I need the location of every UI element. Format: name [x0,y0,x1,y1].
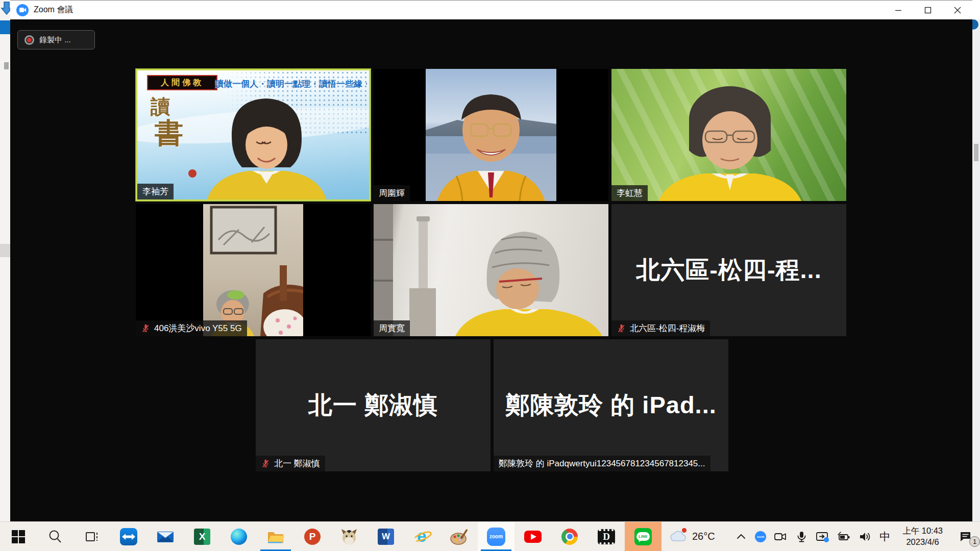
participant-name: 李虹慧 [617,187,643,199]
record-icon [24,35,34,45]
taskbar-app-internet-explorer[interactable]: e [404,522,441,551]
muted-mic-icon [617,324,626,333]
participant-name-tag: 鄭陳敦玲 的 iPadqwertyui123456781234567812345… [494,456,710,471]
participant-name-tag: 周圍輝 [374,185,410,201]
speaker-icon [858,530,872,543]
video-feed [426,69,556,201]
maximize-icon [924,7,932,14]
line-bubble: LINE [636,532,650,541]
tray-zoom[interactable]: zoom [751,522,770,551]
zoom-meeting-window: Zoom 會議 錄製中 ... 人間佛教 讀做一個人・讀明一點理・讀悟一些緣・ [10,0,972,521]
person-illustration [374,204,608,336]
edge-icon [231,529,247,545]
tray-screen-cast[interactable] [812,522,833,551]
participant-name: 周實寬 [379,322,405,334]
task-view-icon [84,529,100,544]
person-illustration [611,69,846,201]
window-title: Zoom 會議 [34,5,73,15]
tray-battery[interactable] [833,522,854,551]
emule-donkey-icon [340,529,358,545]
camera-icon [773,530,788,543]
taskbar-app-word[interactable]: W [368,522,404,551]
minimize-icon [895,7,902,14]
taskbar-app-chrome[interactable] [551,522,588,551]
search-button[interactable] [37,522,74,551]
internet-explorer-icon: e [413,529,432,545]
screen-cast-icon [815,530,829,543]
background-app-right [972,0,980,521]
task-view-button[interactable] [74,522,110,551]
tray-camera[interactable] [770,522,791,551]
video-tile[interactable]: 406洪美沙vivo Y55 5G [136,204,371,336]
taskbar: X P W e [0,521,980,551]
start-button[interactable] [0,522,37,551]
close-icon [954,7,961,14]
taskbar-app-teamviewer[interactable] [110,522,147,551]
ime-chinese-indicator: 中 [879,530,890,544]
paint-palette-icon [450,529,469,545]
background-scrollbar-thumb[interactable] [974,144,978,161]
video-tile[interactable]: 北六區-松四-程... 北六區-松四-程淑梅 [611,204,846,336]
video-tile[interactable]: 周實寬 [374,204,608,336]
video-tile[interactable]: 北一 鄭淑慎 北一 鄭淑慎 [256,339,491,471]
meeting-canvas: 錄製中 ... 人間佛教 讀做一個人・讀明一點理・讀悟一些緣・讀懂一顆心 讀 書 [10,19,972,522]
word-icon: W [378,529,394,545]
tray-ime[interactable]: 中 [876,522,894,551]
file-explorer-icon [267,530,284,544]
minimize-button[interactable] [884,1,913,19]
tray-microphone[interactable] [791,522,812,551]
taskbar-app-d-video[interactable]: D [588,522,625,551]
participant-name: 406洪美沙vivo Y55 5G [154,322,242,334]
d-filmstrip-icon: D [598,529,615,544]
video-feed: 人間佛教 讀做一個人・讀明一點理・讀悟一些緣・讀懂一顆心 讀 書 [137,70,369,201]
action-center-button[interactable]: 1 [951,522,980,551]
temperature: 26°C [692,531,715,542]
zoom-app-icon [16,4,29,16]
video-tile[interactable]: 鄭陳敦玲 的 iPad... 鄭陳敦玲 的 iPadqwertyui123456… [494,339,728,471]
participant-name-tag: 李袖芳 [137,184,174,199]
youtube-icon [524,531,542,543]
participant-name: 鄭陳敦玲 的 iPadqwertyui123456781234567812345… [499,458,705,469]
tray-clock[interactable]: 上午 10:43 2023/4/6 [894,522,951,551]
person-illustration [137,70,369,201]
line-icon: LINE [634,528,652,545]
recording-indicator[interactable]: 錄製中 ... [17,30,95,49]
taskbar-app-emule[interactable] [331,522,368,551]
taskbar-app-file-explorer[interactable] [257,522,294,551]
maximize-button[interactable] [913,1,943,19]
taskbar-app-excel[interactable]: X [184,522,220,551]
clock-date: 2023/4/6 [902,537,943,547]
taskbar-app-line[interactable]: LINE [625,522,662,551]
background-white-strip [972,0,980,19]
system-tray: zoom [731,522,980,551]
participant-display-name: 鄭陳敦玲 的 iPad... [505,389,717,421]
participant-name-tag: 北六區-松四-程淑梅 [611,320,710,336]
zoom-icon: zoom [487,528,505,546]
recording-label: 錄製中 ... [39,35,71,45]
weather-widget[interactable]: 26°C [662,522,722,551]
close-button[interactable] [943,1,972,19]
hidden-icons-chevron[interactable] [731,522,751,551]
tray-volume[interactable] [854,522,876,551]
mail-icon [157,530,174,543]
zoom-tray-icon: zoom [755,531,766,542]
taskbar-app-paint[interactable] [441,522,478,551]
taskbar-app-powerpoint[interactable]: P [294,522,331,551]
participant-name-tag: 李虹慧 [611,185,648,201]
notification-badge: 1 [969,536,980,547]
taskbar-app-youtube[interactable] [514,522,551,551]
participant-name: 北六區-松四-程淑梅 [630,322,705,334]
video-tile[interactable]: 李虹慧 [611,69,846,201]
teamviewer-icon [120,528,137,545]
clock: 上午 10:43 2023/4/6 [897,525,948,547]
taskbar-app-mail[interactable] [147,522,184,551]
taskbar-spacer [722,522,731,551]
taskbar-app-zoom[interactable]: zoom [478,522,514,551]
chrome-icon [561,529,578,545]
video-tile[interactable]: 周圍輝 [374,69,608,201]
video-feed [374,204,608,336]
participant-name: 李袖芳 [142,186,168,197]
taskbar-app-edge[interactable] [220,522,257,551]
chevron-up-icon [734,530,748,543]
video-tile[interactable]: 人間佛教 讀做一個人・讀明一點理・讀悟一些緣・讀懂一顆心 讀 書 [136,69,371,201]
